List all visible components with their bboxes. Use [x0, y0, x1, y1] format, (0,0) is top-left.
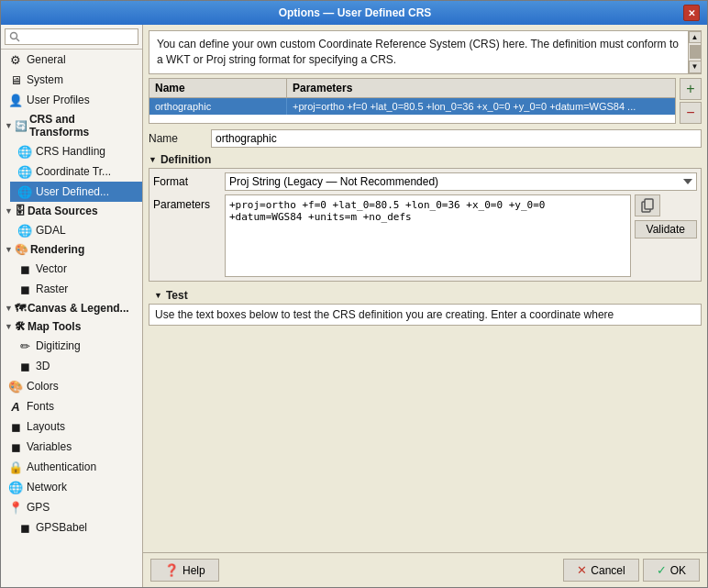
sidebar-item-label: GPSBabel	[36, 521, 87, 534]
sidebar-group-crs[interactable]: ▼ 🔄 CRS and Transforms	[1, 110, 142, 141]
description-scrollbar[interactable]: ▲ ▼	[688, 31, 701, 73]
test-section-header[interactable]: ▼ Test	[154, 289, 696, 302]
sidebar-item-layouts[interactable]: ◼ Layouts	[1, 416, 142, 437]
sidebar-item-authentication[interactable]: 🔒 Authentication	[1, 457, 142, 477]
parameters-textarea[interactable]: +proj=ortho +f=0 +lat_0=80.5 +lon_0=36 +…	[225, 194, 631, 277]
name-label: Name	[149, 132, 204, 145]
sidebar-item-label: Variables	[27, 440, 72, 453]
sidebar-group-label: CRS and Transforms	[29, 113, 137, 139]
ok-label: OK	[670, 564, 686, 577]
map-tools-children: ✏ Digitizing ◼ 3D	[1, 336, 142, 376]
sidebar-item-system[interactable]: 🖥 System	[1, 70, 142, 90]
table-row[interactable]: orthographic +proj=ortho +f=0 +lat_0=80.…	[149, 98, 675, 115]
system-icon: 🖥	[8, 72, 23, 87]
sidebar-group-data-sources[interactable]: ▼ 🗄 Data Sources	[1, 202, 142, 220]
scroll-down-button[interactable]: ▼	[689, 61, 702, 72]
digitizing-icon: ✏	[17, 338, 32, 353]
help-label: Help	[183, 564, 205, 577]
sidebar-item-label: Fonts	[27, 400, 54, 413]
parameters-row: Parameters +proj=ortho +f=0 +lat_0=80.5 …	[153, 194, 697, 277]
sidebar-item-gdal[interactable]: 🌐 GDAL	[10, 220, 142, 240]
sidebar-group-label: Map Tools	[28, 320, 81, 333]
search-input[interactable]	[5, 28, 138, 45]
sidebar-group-rendering[interactable]: ▼ 🎨 Rendering	[1, 240, 142, 259]
sidebar-item-gpsbabel[interactable]: ◼ GPSBabel	[10, 517, 142, 538]
cancel-button[interactable]: ✕ Cancel	[563, 559, 638, 582]
ok-icon: ✓	[657, 563, 667, 577]
help-area: ❓ Help	[150, 559, 219, 582]
vector-icon: ◼	[17, 261, 32, 276]
sidebar: ⚙ General 🖥 System 👤 User Profiles ▼ 🔄 C…	[1, 25, 143, 587]
sidebar-group-map-tools[interactable]: ▼ 🛠 Map Tools	[1, 317, 142, 336]
description-text: You can define your own custom Coordinat…	[157, 38, 679, 66]
network-icon: 🌐	[8, 480, 23, 494]
validate-button[interactable]: Validate	[635, 220, 697, 239]
help-icon: ❓	[164, 563, 179, 577]
content-area: ⚙ General 🖥 System 👤 User Profiles ▼ 🔄 C…	[1, 25, 707, 587]
gps-children: ◼ GPSBabel	[1, 517, 142, 538]
scroll-thumb[interactable]	[690, 45, 701, 59]
sidebar-item-label: Raster	[36, 283, 68, 295]
sidebar-item-fonts[interactable]: A Fonts	[1, 396, 142, 416]
format-select[interactable]: WKT2 (Recommended) WKT1 Proj String (Leg…	[225, 172, 697, 191]
sidebar-item-label: GDAL	[36, 224, 66, 237]
format-label: Format	[153, 175, 217, 188]
sidebar-group-label: Canvas & Legend...	[28, 302, 129, 315]
layouts-icon: ◼	[8, 419, 23, 434]
rendering-icon: 🎨	[15, 243, 28, 256]
sidebar-item-general[interactable]: ⚙ General	[1, 50, 142, 70]
raster-icon: ◼	[17, 282, 32, 296]
sidebar-item-vector[interactable]: ◼ Vector	[10, 259, 142, 279]
sidebar-item-3d[interactable]: ◼ 3D	[10, 356, 142, 376]
sidebar-item-user-defined[interactable]: 🌐 User Defined...	[10, 182, 142, 202]
3d-icon: ◼	[17, 359, 32, 373]
expand-icon: ▼	[5, 245, 13, 254]
sidebar-group-label: Data Sources	[28, 205, 98, 217]
cancel-icon: ✕	[577, 563, 587, 577]
search-box	[1, 25, 142, 50]
test-section: ▼ Test Use the text boxes below to test …	[149, 285, 702, 326]
add-crs-button[interactable]: +	[680, 78, 702, 100]
bottom-bar: ❓ Help ✕ Cancel ✓ OK	[143, 552, 707, 587]
row-params-cell: +proj=ortho +f=0 +lat_0=80.5 +lon_0=36 +…	[287, 98, 675, 115]
sidebar-item-network[interactable]: 🌐 Network	[1, 477, 142, 497]
data-sources-icon: 🗄	[15, 205, 26, 217]
sidebar-item-crs-handling[interactable]: 🌐 CRS Handling	[10, 141, 142, 161]
expand-icon: ▼	[5, 121, 13, 130]
sidebar-item-variables[interactable]: ◼ Variables	[1, 437, 142, 457]
sidebar-item-coordinate-tr[interactable]: 🌐 Coordinate Tr...	[10, 161, 142, 182]
canvas-icon: 🗺	[15, 302, 26, 315]
close-button[interactable]: ✕	[683, 5, 700, 21]
action-buttons: ✕ Cancel ✓ OK	[563, 559, 700, 582]
sidebar-item-label: Network	[27, 481, 67, 494]
scroll-up-button[interactable]: ▲	[689, 31, 702, 43]
fonts-icon: A	[8, 399, 23, 414]
copy-button[interactable]	[635, 194, 660, 216]
crs-handling-icon: 🌐	[17, 144, 32, 159]
sidebar-item-user-profiles[interactable]: 👤 User Profiles	[1, 90, 142, 110]
sidebar-item-label: GPS	[27, 501, 50, 514]
test-label: Test	[166, 289, 188, 302]
remove-crs-button[interactable]: −	[680, 102, 702, 124]
col-name-header: Name	[149, 79, 287, 97]
user-icon: 👤	[8, 93, 23, 107]
sidebar-item-raster[interactable]: ◼ Raster	[10, 279, 142, 299]
name-input[interactable]	[211, 129, 702, 148]
expand-icon: ▼	[5, 322, 13, 331]
sidebar-item-colors[interactable]: 🎨 Colors	[1, 376, 142, 396]
expand-icon: ▼	[5, 304, 13, 313]
sidebar-item-digitizing[interactable]: ✏ Digitizing	[10, 336, 142, 356]
gdal-icon: 🌐	[17, 223, 32, 238]
sidebar-group-label: Rendering	[30, 243, 84, 256]
definition-expand-icon: ▼	[149, 155, 157, 164]
sidebar-item-gps[interactable]: 📍 GPS	[1, 497, 142, 517]
expand-icon: ▼	[5, 206, 13, 216]
sidebar-item-label: General	[27, 53, 66, 66]
crs-children: 🌐 CRS Handling 🌐 Coordinate Tr... 🌐 User…	[1, 141, 142, 202]
definition-section-header[interactable]: ▼ Definition	[149, 153, 702, 166]
ok-button[interactable]: ✓ OK	[643, 559, 700, 582]
sidebar-group-canvas[interactable]: ▼ 🗺 Canvas & Legend...	[1, 299, 142, 317]
authentication-icon: 🔒	[8, 460, 23, 474]
main-window: Options — User Defined CRS ✕ ⚙ General 🖥…	[0, 0, 708, 588]
help-button[interactable]: ❓ Help	[150, 559, 219, 582]
